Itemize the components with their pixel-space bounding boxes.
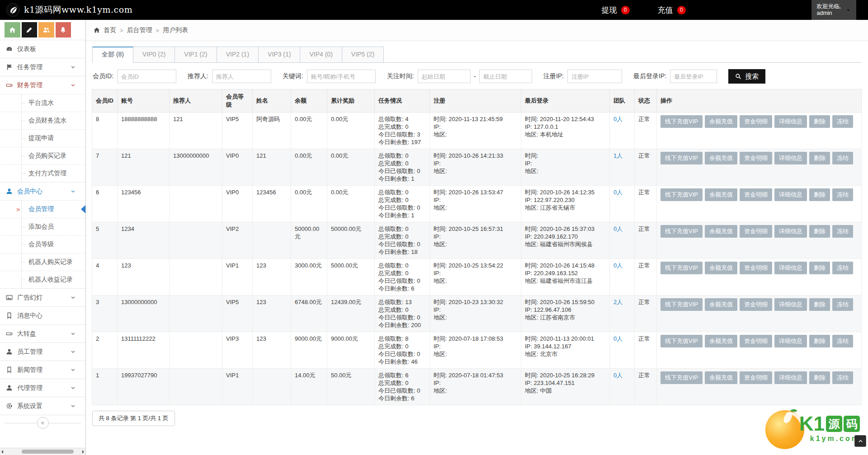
sidebar-item-task-management[interactable]: 任务管理 [0, 58, 85, 76]
home-shortcut-button[interactable] [5, 22, 20, 38]
users-shortcut-button[interactable] [38, 22, 54, 38]
action-button-fund-details[interactable]: 资金明细 [740, 298, 772, 311]
filter-input-keyword[interactable] [307, 70, 376, 83]
brand[interactable]: k1源码网www.k1ym.com [6, 3, 132, 17]
action-button-freeze[interactable]: 冻结 [832, 262, 853, 274]
sidebar-item-dashboard[interactable]: 仪表板 [0, 40, 85, 58]
filter-input-last-login-ip[interactable] [670, 70, 717, 83]
submenu-item-withdraw-apply[interactable]: 提现申请 [0, 129, 85, 147]
submenu-item-add-member[interactable]: 添加会员 [0, 218, 85, 235]
tab-vip4[interactable]: VIP4 (0) [300, 47, 342, 62]
breadcrumb-item[interactable]: 首页 [104, 26, 116, 34]
team-count-link[interactable]: 0人 [613, 262, 623, 269]
team-count-link[interactable]: 0人 [613, 225, 623, 232]
action-button-fund-details[interactable]: 资金明细 [740, 188, 772, 201]
action-button-fund-details[interactable]: 资金明细 [740, 225, 772, 238]
horizontal-scrollbar[interactable] [0, 448, 85, 455]
sidebar-item-big-wheel[interactable]: 大转盘 [0, 324, 85, 342]
scroll-right-arrow-icon[interactable] [82, 450, 84, 454]
action-button-offline-vip-recharge[interactable]: 线下充值VIP [660, 335, 703, 347]
sidebar-item-staff-management[interactable]: 员工管理 [0, 342, 85, 361]
action-button-delete[interactable]: 删除 [809, 298, 830, 311]
action-button-delete[interactable]: 删除 [809, 188, 830, 201]
action-button-offline-vip-recharge[interactable]: 线下充值VIP [660, 115, 703, 128]
action-button-detail-info[interactable]: 详细信息 [774, 262, 807, 274]
action-button-freeze[interactable]: 冻结 [832, 188, 853, 201]
action-button-fund-details[interactable]: 资金明细 [740, 335, 772, 347]
action-button-offline-vip-recharge[interactable]: 线下充值VIP [660, 262, 703, 274]
sidebar-item-member-center[interactable]: 会员中心 [0, 182, 85, 200]
submenu-item-robot-purchase-records[interactable]: 机器人购买记录 [0, 253, 85, 271]
action-button-freeze[interactable]: 冻结 [832, 115, 853, 128]
submenu-item-platform-flow[interactable]: 平台流水 [0, 94, 85, 112]
action-button-detail-info[interactable]: 详细信息 [774, 188, 807, 201]
action-button-balance-recharge[interactable]: 余额充值 [705, 371, 737, 384]
action-button-balance-recharge[interactable]: 余额充值 [705, 188, 737, 201]
tab-vip3[interactable]: VIP3 (1) [258, 47, 300, 62]
action-button-detail-info[interactable]: 详细信息 [774, 152, 807, 164]
tab-vip5[interactable]: VIP5 (2) [342, 47, 384, 62]
submenu-item-member-management[interactable]: »会员管理 [0, 200, 85, 218]
action-button-balance-recharge[interactable]: 余额充值 [705, 298, 737, 311]
breadcrumb-item[interactable]: 后台管理 [127, 26, 152, 34]
action-button-balance-recharge[interactable]: 余额充值 [705, 152, 737, 164]
filter-input-referrer[interactable] [212, 70, 271, 83]
filter-input-date-range[interactable] [418, 70, 471, 83]
submenu-item-payment-method-management[interactable]: 支付方式管理 [0, 164, 85, 182]
submenu-item-member-purchase-records[interactable]: 会员购买记录 [0, 147, 85, 164]
action-button-freeze[interactable]: 冻结 [832, 298, 853, 311]
action-button-offline-vip-recharge[interactable]: 线下充值VIP [660, 225, 703, 238]
action-button-offline-vip-recharge[interactable]: 线下充值VIP [660, 188, 703, 201]
team-count-link[interactable]: 1人 [613, 152, 623, 159]
action-button-fund-details[interactable]: 资金明细 [740, 371, 772, 384]
submenu-item-robot-income-records[interactable]: 机器人收益记录 [0, 271, 85, 288]
action-button-fund-details[interactable]: 资金明细 [740, 262, 772, 274]
action-button-delete[interactable]: 删除 [809, 225, 830, 238]
action-button-delete[interactable]: 删除 [809, 371, 830, 384]
action-button-delete[interactable]: 删除 [809, 115, 830, 128]
filter-input-member-id[interactable] [117, 70, 176, 83]
action-button-detail-info[interactable]: 详细信息 [774, 371, 807, 384]
tab-vip1[interactable]: VIP1 (2) [175, 47, 217, 62]
sidebar-item-system-settings[interactable]: 系统设置 [0, 397, 85, 415]
scroll-left-arrow-icon[interactable] [1, 450, 3, 454]
action-button-detail-info[interactable]: 详细信息 [774, 335, 807, 347]
action-button-balance-recharge[interactable]: 余额充值 [705, 115, 737, 128]
submenu-item-member-level[interactable]: 会员等级 [0, 235, 85, 253]
withdraw-link[interactable]: 提现 0 [602, 5, 630, 15]
action-button-fund-details[interactable]: 资金明细 [740, 115, 772, 128]
team-count-link[interactable]: 0人 [613, 116, 623, 122]
bell-shortcut-button[interactable] [56, 22, 71, 38]
action-button-fund-details[interactable]: 资金明细 [740, 152, 772, 164]
action-button-offline-vip-recharge[interactable]: 线下充值VIP [660, 371, 703, 384]
team-count-link[interactable]: 0人 [613, 335, 623, 342]
action-button-delete[interactable]: 删除 [809, 262, 830, 274]
action-button-delete[interactable]: 删除 [809, 152, 830, 164]
search-button[interactable]: 搜索 [728, 69, 765, 84]
tab-vip2[interactable]: VIP2 (1) [217, 47, 259, 62]
recharge-link[interactable]: 充值 0 [658, 5, 686, 15]
sidebar-item-message-center[interactable]: 消息中心 [0, 306, 85, 324]
action-button-balance-recharge[interactable]: 余额充值 [705, 262, 737, 274]
action-button-offline-vip-recharge[interactable]: 线下充值VIP [660, 298, 703, 311]
action-button-balance-recharge[interactable]: 余额充值 [705, 335, 737, 347]
team-count-link[interactable]: 0人 [613, 372, 623, 379]
tab-all[interactable]: 全部 (8) [92, 47, 133, 63]
action-button-offline-vip-recharge[interactable]: 线下充值VIP [660, 152, 703, 164]
action-button-freeze[interactable]: 冻结 [832, 335, 853, 347]
sidebar-item-ad-slides[interactable]: 广告幻灯 [0, 288, 85, 306]
action-button-freeze[interactable]: 冻结 [832, 371, 853, 384]
action-button-detail-info[interactable]: 详细信息 [774, 115, 807, 128]
admin-dropdown[interactable]: 欢迎光临, admin [811, 0, 856, 20]
team-count-link[interactable]: 2人 [613, 299, 623, 305]
action-button-detail-info[interactable]: 详细信息 [774, 298, 807, 311]
tab-vip0[interactable]: VIP0 (2) [133, 47, 175, 62]
filter-input-register-ip[interactable] [567, 70, 622, 83]
sidebar-collapse-toggle[interactable]: « [0, 415, 85, 431]
action-button-freeze[interactable]: 冻结 [832, 152, 853, 164]
scrollbar-thumb[interactable] [22, 450, 74, 454]
team-count-link[interactable]: 0人 [613, 189, 623, 196]
filter-input-date-range-end[interactable] [479, 70, 532, 83]
sidebar-item-finance-management[interactable]: 财务管理 [0, 76, 85, 94]
back-to-top-button[interactable] [854, 435, 866, 447]
